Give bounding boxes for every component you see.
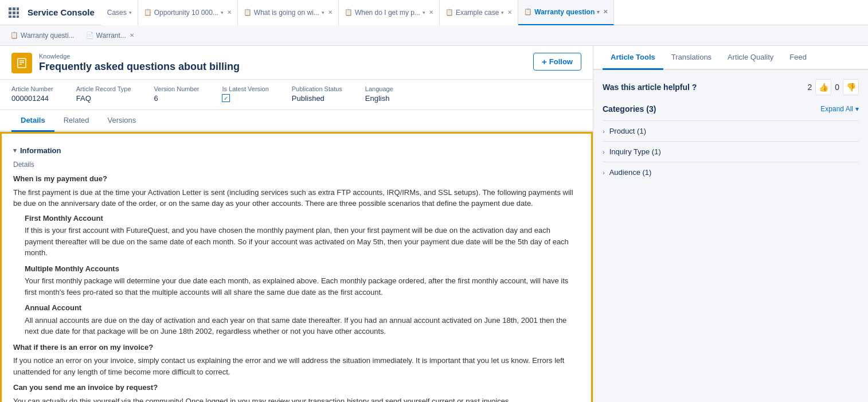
helpful-label: Was this article helpful ? — [603, 83, 697, 92]
question-1-heading: When is my payment due? — [13, 173, 580, 185]
article-title-section: Knowledge Frequently asked questions abo… — [39, 53, 240, 73]
follow-label: Follow — [549, 57, 573, 66]
example-tab-close[interactable]: ✕ — [507, 9, 512, 15]
warranty-tab-close[interactable]: ✕ — [603, 9, 608, 15]
question-2-heading: What if there is an error on my invoice? — [13, 342, 580, 353]
article-header: Knowledge Frequently asked questions abo… — [0, 46, 593, 80]
article-title: Frequently asked questions about billing — [39, 61, 240, 73]
app-launcher[interactable] — [5, 3, 23, 22]
svg-rect-5 — [17, 11, 19, 14]
tab-versions[interactable]: Versions — [98, 110, 145, 132]
category-audience-label: Audience (1) — [609, 168, 652, 177]
thumbs-up-button[interactable]: 👍 — [815, 79, 831, 95]
knowledge-label: Knowledge — [39, 53, 240, 60]
right-tab-feed[interactable]: Feed — [781, 46, 815, 70]
thumbs-down-button[interactable]: 👎 — [843, 79, 859, 95]
sub-section-first-monthly: First Monthly Account If this is your fi… — [25, 213, 580, 259]
category-product-chevron: › — [603, 128, 605, 135]
nav-tab-opportunity[interactable]: 📋 Opportunity 10 000... ▾ ✕ — [138, 0, 238, 25]
record-type-label: Article Record Type — [76, 85, 131, 92]
article-meta: Article Number 000001244 Article Record … — [0, 80, 593, 110]
nav-tab-example[interactable]: 📋 Example case ▾ ✕ — [440, 0, 518, 25]
follow-button[interactable]: + Follow — [533, 53, 581, 71]
category-inquiry-type[interactable]: › Inquiry Type (1) — [603, 141, 859, 162]
meta-publication-status: Publication Status Published — [292, 85, 342, 103]
cases-tab-chevron: ▾ — [129, 10, 132, 15]
right-tab-article-quality[interactable]: Article Quality — [720, 46, 781, 70]
section-header[interactable]: ▾ Information — [13, 143, 580, 161]
right-tab-article-tools[interactable]: Article Tools — [603, 46, 663, 70]
meta-is-latest: Is Latest Version ✓ — [222, 85, 268, 103]
sub-section-2-title: Multiple Monthly Accounts — [25, 263, 580, 275]
is-latest-checkbox: ✓ — [222, 94, 230, 102]
sub-section-3-text: All annual accounts are due on the day o… — [25, 315, 580, 337]
whatisgoing-tab-close[interactable]: ✕ — [328, 9, 333, 15]
sub-tab-warranty-questi-label: Warranty questi... — [21, 32, 75, 40]
category-inquiry-label: Inquiry Type (1) — [609, 147, 661, 156]
nav-tab-warranty[interactable]: 📋 Warranty question ▾ ✕ — [518, 0, 614, 25]
whatisgoing-chevron: ▾ — [322, 10, 324, 15]
category-audience[interactable]: › Audience (1) — [603, 162, 859, 182]
meta-record-type: Article Record Type FAQ — [76, 85, 131, 103]
article-tabs: Details Related Versions — [0, 110, 593, 132]
sub-section-multiple-monthly: Multiple Monthly Accounts Your first mon… — [25, 263, 580, 298]
sub-section-1-text: If this is your first account with Futur… — [25, 225, 580, 259]
sub-tab-warrant-close[interactable]: ✕ — [130, 32, 134, 38]
language-value: English — [365, 94, 393, 103]
question-1-paragraph: The first payment is due at the time you… — [13, 187, 580, 209]
svg-rect-7 — [13, 15, 15, 18]
question-2-paragraph: If you notice an error on your invoice, … — [13, 355, 580, 377]
svg-rect-0 — [9, 7, 11, 10]
details-label: Details — [13, 161, 580, 169]
category-product[interactable]: › Product (1) — [603, 120, 859, 141]
nav-tab-cases[interactable]: Cases ▾ — [101, 0, 138, 25]
sub-tab-warrant[interactable]: 📄 Warrant... ✕ — [80, 25, 140, 46]
follow-plus-icon: + — [542, 57, 547, 67]
article-panel: Knowledge Frequently asked questions abo… — [0, 46, 593, 402]
svg-rect-3 — [9, 11, 11, 14]
tab-related[interactable]: Related — [54, 110, 99, 132]
sub-tab-warrant-label: Warrant... — [96, 32, 126, 40]
language-label: Language — [365, 85, 393, 92]
nav-tab-whendo[interactable]: 📋 When do I get my p... ▾ ✕ — [339, 0, 440, 25]
helpful-votes: 2 👍 0 👎 — [807, 79, 859, 95]
main-layout: Knowledge Frequently asked questions abo… — [0, 46, 868, 402]
categories-title: Categories (3) — [603, 104, 656, 114]
record-type-value: FAQ — [76, 94, 131, 103]
category-audience-chevron: › — [603, 169, 605, 176]
meta-article-number: Article Number 000001244 — [11, 85, 53, 103]
categories-header: Categories (3) Expand All ▾ — [603, 104, 859, 114]
expand-all-chevron: ▾ — [855, 105, 859, 113]
right-panel: Article Tools Translations Article Quali… — [593, 46, 868, 402]
warranty-tab-label: Warranty question — [534, 8, 595, 16]
sub-section-2-text: Your first monthly package will determin… — [25, 275, 580, 298]
right-tab-translations[interactable]: Translations — [663, 46, 720, 70]
whatisgoing-tab-icon: 📋 — [244, 9, 252, 16]
top-nav: Service Console Cases ▾ 📋 Opportunity 10… — [0, 0, 868, 25]
question-3-heading: Can you send me an invoice by request? — [13, 382, 580, 393]
expand-all-button[interactable]: Expand All ▾ — [820, 105, 859, 113]
opportunity-tab-close[interactable]: ✕ — [227, 9, 232, 15]
example-chevron: ▾ — [501, 10, 504, 15]
whendo-tab-icon: 📋 — [345, 9, 353, 16]
warranty-chevron: ▾ — [597, 9, 600, 15]
nav-tab-whatisgoing[interactable]: 📋 What is going on wi... ▾ ✕ — [238, 0, 339, 25]
whendo-chevron: ▾ — [423, 10, 425, 15]
helpful-row: Was this article helpful ? 2 👍 0 👎 — [603, 79, 859, 95]
sub-tab-warranty-questi[interactable]: 📋 Warranty questi... — [5, 25, 80, 46]
cases-tab-label: Cases — [107, 9, 127, 17]
category-inquiry-chevron: › — [603, 149, 605, 155]
sub-section-1-title: First Monthly Account — [25, 213, 580, 224]
question-3-paragraph: You can actually do this yourself via th… — [13, 396, 580, 403]
meta-version-number: Version Number 6 — [154, 85, 200, 103]
article-number-value: 000001244 — [11, 94, 53, 103]
meta-language: Language English — [365, 85, 393, 103]
sub-section-annual: Annual Account All annual accounts are d… — [25, 302, 580, 337]
whatisgoing-tab-label: What is going on wi... — [254, 9, 319, 17]
article-icon — [11, 53, 32, 73]
opportunity-tab-label: Opportunity 10 000... — [154, 9, 218, 17]
warranty-tab-icon: 📋 — [524, 8, 532, 15]
tab-details[interactable]: Details — [11, 110, 54, 132]
whendo-tab-close[interactable]: ✕ — [429, 9, 433, 15]
svg-rect-9 — [18, 58, 26, 68]
